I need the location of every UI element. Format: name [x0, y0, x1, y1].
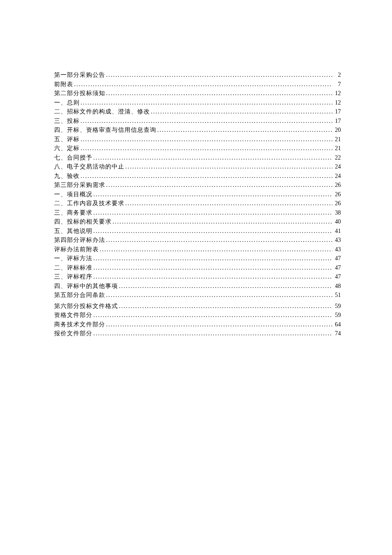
toc-leader-dots — [81, 116, 332, 126]
toc-leader-dots — [106, 70, 332, 80]
toc-entry: 前附表7 — [54, 80, 341, 89]
toc-entry: 二、招标文件的构成、澄清、修改17 — [54, 107, 341, 116]
toc-entry-page: 74 — [333, 329, 341, 338]
toc-leader-dots — [93, 227, 332, 236]
toc-leader-dots — [119, 302, 332, 311]
toc-leader-dots — [106, 320, 332, 329]
toc-entry-title: 四、评标中的其他事项 — [54, 282, 118, 291]
toc-entry-title: 第六部分投标文件格式 — [54, 302, 118, 311]
toc-leader-dots — [106, 89, 332, 98]
toc-entry-page: 40 — [333, 217, 341, 227]
toc-section-1: 第一部分采购公告2前附表7第二部分投标须知12一、总则12二、招标文件的构成、澄… — [54, 70, 341, 300]
toc-leader-dots — [157, 125, 332, 135]
toc-entry: 四、评标中的其他事项48 — [54, 282, 341, 291]
toc-leader-dots — [106, 235, 332, 245]
toc-entry-page: 12 — [333, 98, 341, 108]
toc-entry-page: 51 — [333, 291, 341, 300]
toc-leader-dots — [81, 98, 332, 108]
toc-entry-page: 2 — [333, 70, 341, 80]
toc-entry-title: 第四部分评标办法 — [54, 235, 105, 245]
toc-entry-page: 26 — [333, 180, 341, 190]
toc-entry: 报价文件部分74 — [54, 329, 341, 338]
toc-entry: 二、评标标准47 — [54, 263, 341, 273]
toc-leader-dots — [93, 190, 332, 199]
toc-entry-page: 38 — [333, 208, 341, 218]
toc-entry-title: 第二部分投标须知 — [54, 89, 105, 98]
toc-entry: 资格文件部分59 — [54, 311, 341, 320]
toc-entry-page: 22 — [333, 153, 341, 163]
toc-entry-page: 7 — [333, 80, 341, 89]
toc-entry-page: 26 — [333, 190, 341, 199]
toc-entry-title: 六、定标 — [54, 144, 80, 153]
toc-entry-title: 第五部分合同条款 — [54, 291, 105, 300]
toc-entry: 一、评标方法47 — [54, 254, 341, 263]
toc-leader-dots — [119, 282, 332, 291]
toc-leader-dots — [93, 254, 332, 263]
toc-entry: 第三部分采购需求26 — [54, 180, 341, 190]
toc-entry-page: 17 — [333, 107, 341, 116]
toc-entry: 九、验收24 — [54, 171, 341, 181]
toc-leader-dots — [125, 199, 332, 208]
toc-entry-page: 41 — [333, 227, 341, 236]
toc-leader-dots — [93, 329, 332, 338]
toc-entry: 第一部分采购公告2 — [54, 70, 341, 80]
toc-entry-title: 一、项目概况 — [54, 190, 92, 199]
toc-entry-title: 二、招标文件的构成、澄清、修改 — [54, 107, 150, 116]
toc-entry-page: 43 — [333, 235, 341, 245]
toc-entry: 第四部分评标办法43 — [54, 235, 341, 245]
toc-entry: 一、总则12 — [54, 98, 341, 108]
table-of-contents: 第一部分采购公告2前附表7第二部分投标须知12一、总则12二、招标文件的构成、澄… — [54, 70, 341, 338]
toc-entry-page: 17 — [333, 116, 341, 126]
toc-leader-dots — [81, 135, 332, 144]
toc-entry-page: 47 — [333, 254, 341, 263]
toc-entry-title: 第三部分采购需求 — [54, 180, 105, 190]
toc-entry: 二、工作内容及技术要求26 — [54, 199, 341, 208]
toc-entry: 第二部分投标须知12 — [54, 89, 341, 98]
toc-entry: 四、开标、资格审查与信用信息查询20 — [54, 125, 341, 135]
toc-entry-title: 评标办法前附表 — [54, 245, 99, 254]
toc-entry: 评标办法前附表43 — [54, 245, 341, 254]
toc-section-2: 第六部分投标文件格式59资格文件部分59商务技术文件部分64报价文件部分74 — [54, 302, 341, 338]
toc-entry-title: 四、投标的相关要求 — [54, 217, 112, 227]
toc-entry-page: 59 — [333, 311, 341, 320]
toc-leader-dots — [112, 217, 332, 227]
toc-entry-page: 43 — [333, 245, 341, 254]
toc-entry-title: 一、总则 — [54, 98, 80, 108]
toc-entry-title: 二、工作内容及技术要求 — [54, 199, 124, 208]
toc-entry: 一、项目概况26 — [54, 190, 341, 199]
toc-entry: 第六部分投标文件格式59 — [54, 302, 341, 311]
toc-entry-page: 24 — [333, 171, 341, 181]
toc-entry-page: 26 — [333, 199, 341, 208]
toc-leader-dots — [93, 208, 332, 218]
toc-entry-title: 资格文件部分 — [54, 311, 92, 320]
toc-entry-page: 59 — [333, 302, 341, 311]
toc-entry-page: 21 — [333, 144, 341, 153]
toc-leader-dots — [106, 291, 332, 300]
toc-leader-dots — [93, 263, 332, 273]
toc-entry-page: 47 — [333, 263, 341, 273]
toc-entry: 五、其他说明41 — [54, 227, 341, 236]
toc-entry: 四、投标的相关要求40 — [54, 217, 341, 227]
toc-entry-title: 前附表 — [54, 80, 73, 89]
toc-entry: 六、定标21 — [54, 144, 341, 153]
toc-entry-title: 报价文件部分 — [54, 329, 92, 338]
toc-entry-page: 64 — [333, 320, 341, 329]
toc-entry-page: 24 — [333, 162, 341, 171]
toc-leader-dots — [81, 171, 332, 181]
toc-entry-page: 21 — [333, 135, 341, 144]
toc-entry-title: 八、电子交易活动的中止 — [54, 162, 124, 171]
toc-entry-title: 四、开标、资格审查与信用信息查询 — [54, 125, 156, 135]
toc-entry-title: 商务技术文件部分 — [54, 320, 105, 329]
toc-leader-dots — [93, 311, 332, 320]
toc-leader-dots — [81, 144, 332, 153]
toc-entry-title: 第一部分采购公告 — [54, 70, 105, 80]
toc-entry: 三、商务要求38 — [54, 208, 341, 218]
toc-leader-dots — [106, 180, 332, 190]
toc-entry-page: 48 — [333, 282, 341, 291]
toc-leader-dots — [93, 272, 332, 282]
toc-entry: 八、电子交易活动的中止24 — [54, 162, 341, 171]
toc-entry-title: 一、评标方法 — [54, 254, 92, 263]
toc-entry: 五、评标21 — [54, 135, 341, 144]
toc-entry-title: 三、评标程序 — [54, 272, 92, 282]
toc-entry-title: 九、验收 — [54, 171, 80, 181]
